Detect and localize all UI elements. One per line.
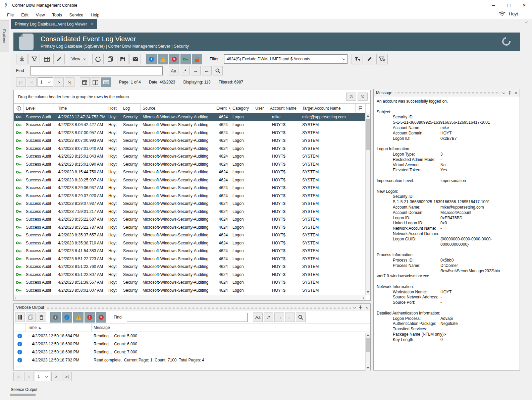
event-row[interactable]: Success Audit 4/2/2023 8:51:22.723 AM Ho… (14, 255, 370, 263)
toggle-critical-button[interactable]: × (96, 312, 106, 323)
event-row[interactable]: Success Audit 4/2/2023 8:35:22.787 AM Ho… (14, 223, 370, 231)
match-case-button[interactable]: Aa (169, 66, 178, 75)
search-button[interactable] (213, 66, 223, 75)
verbose-page-number-dropdown[interactable]: 1 (35, 372, 50, 381)
verbose-find-input[interactable] (127, 313, 248, 322)
previous-page-button[interactable]: < (27, 77, 37, 87)
minimize-button[interactable]: ─ (486, 0, 501, 11)
event-row[interactable]: Success Audit 4/2/2023 8:06:42.427 AM Ho… (14, 121, 370, 129)
copy-button[interactable] (105, 54, 116, 64)
tab-overflow-chevron-icon[interactable] (525, 22, 527, 23)
event-row[interactable]: Success Audit 4/2/2023 8:15:01.090 AM Ho… (14, 160, 370, 168)
filter-dropdown[interactable]: 4624(S) Exclude DWM, UMFD and $ Accounts (224, 54, 348, 64)
verbose-match-case-button[interactable]: Aa (253, 312, 263, 322)
event-row[interactable]: Success Audit 4/2/2023 8:51:22.760 AM Ho… (14, 263, 370, 271)
page-number-dropdown[interactable]: 1 (38, 77, 53, 87)
event-row[interactable]: Success Audit 4/2/2023 8:29:07.020 AM Ho… (14, 192, 370, 200)
next-page-button[interactable]: > (54, 77, 64, 87)
scroll-up-arrow-icon[interactable] (366, 333, 370, 338)
panel-chevron-down-icon[interactable] (353, 305, 356, 308)
close-button[interactable]: × (517, 0, 532, 11)
verbose-column-message[interactable]: Message (92, 324, 370, 332)
scroll-down-arrow-icon[interactable] (366, 290, 370, 295)
column-header-event[interactable]: Event ▼ (214, 104, 230, 113)
tab-event-log-viewer[interactable]: Primary Log Database...vent Log Viewer × (11, 19, 97, 29)
verbose-first-page-button[interactable]: |< (13, 372, 23, 381)
event-row[interactable]: Success Audit 4/2/2023 8:51:22.807 AM Ho… (14, 271, 370, 279)
toggle-error-events-button[interactable]: × (169, 54, 179, 64)
event-row[interactable]: Success Audit 4/2/2023 8:29:07.937 AM Ho… (14, 200, 370, 208)
column-header-user[interactable]: User (253, 104, 268, 113)
column-header-log[interactable]: Log (121, 104, 141, 113)
menu-item[interactable]: Help (87, 12, 103, 18)
event-row[interactable]: Success Audit 4/2/2023 8:58:01.007 AM Ho… (14, 286, 370, 294)
pause-output-button[interactable] (15, 312, 25, 322)
column-header-source[interactable]: Source (141, 104, 214, 113)
column-header-flag[interactable] (356, 104, 366, 113)
refresh-button[interactable] (92, 54, 104, 64)
event-row[interactable]: Success Audit 4/2/2023 8:15:01.043 AM Ho… (14, 153, 370, 161)
column-header-info[interactable] (14, 104, 24, 113)
verbose-find-next-button[interactable]: → (274, 312, 284, 322)
regex-button[interactable]: .* (180, 66, 190, 75)
find-previous-button[interactable]: ← (202, 66, 212, 75)
clear-filter-button[interactable] (376, 54, 388, 64)
toggle-success-audit-button[interactable] (180, 54, 191, 64)
event-row[interactable]: Success Audit 4/2/2023 8:07:00.993 AM Ho… (14, 137, 370, 145)
menu-item[interactable]: Service (66, 12, 87, 18)
toggle-information-button[interactable]: i (62, 312, 72, 323)
scroll-right-arrow-icon[interactable]: › (363, 296, 364, 300)
toggle-failure-audit-button[interactable] (192, 54, 202, 64)
verbose-last-page-button[interactable]: >| (62, 372, 72, 381)
edit-filter-button[interactable] (364, 54, 375, 64)
group-by-bar[interactable]: Drag the column header here to group the… (14, 90, 370, 104)
verbose-vertical-scrollbar[interactable] (365, 333, 370, 370)
panel-close-icon[interactable]: × (365, 305, 368, 310)
column-header-target-account-name[interactable]: Target Account Name (300, 104, 356, 113)
first-page-button[interactable]: |< (16, 77, 26, 87)
event-row[interactable]: Success Audit 4/2/2023 7:59:01.217 AM Ho… (14, 208, 370, 216)
event-row[interactable]: Success Audit 4/2/2023 12:47:24.753 PM H… (14, 113, 370, 121)
verbose-row[interactable]: i 4/2/2023 12:50:18.684 PM Reading... Co… (14, 332, 370, 340)
service-output-label[interactable]: Service Output (11, 387, 37, 392)
filter-funnel-button[interactable] (29, 54, 40, 64)
verbose-previous-page-button[interactable]: < (24, 372, 34, 381)
column-header-level[interactable]: Level (24, 104, 56, 113)
keyboard-button[interactable] (101, 77, 111, 87)
tab-close-icon[interactable]: × (91, 22, 94, 26)
panel-chevron-down-icon[interactable] (502, 91, 505, 94)
menu-item[interactable]: Tools (49, 12, 66, 18)
verbose-search-button[interactable] (296, 312, 306, 322)
collapse-all-button[interactable] (346, 93, 356, 101)
clear-output-button[interactable] (37, 312, 46, 322)
logged-in-user[interactable]: Hoyt (509, 11, 518, 16)
column-chooser-button[interactable] (41, 54, 52, 64)
grid-scrollbar-thumb[interactable] (366, 119, 370, 150)
verbose-column-icon[interactable] (14, 324, 26, 332)
verbose-row[interactable]: i 4/2/2023 12:50:18.702 PM Read complete… (14, 356, 370, 364)
add-filter-button[interactable] (352, 54, 363, 64)
explorer-tab[interactable]: Explorer (0, 20, 9, 52)
pin-icon[interactable] (359, 305, 362, 309)
last-page-button[interactable]: >| (65, 77, 74, 87)
event-row[interactable]: Success Audit 4/2/2023 8:29:06.937 AM Ho… (14, 184, 370, 192)
maximize-button[interactable]: □ (501, 0, 517, 11)
verbose-scrollbar-thumb[interactable] (366, 338, 370, 352)
event-row[interactable]: Success Audit 4/2/2023 8:28:25.907 AM Ho… (14, 176, 370, 184)
verbose-column-time[interactable]: Time ▲ (26, 324, 92, 332)
expand-all-button[interactable] (358, 93, 368, 101)
verbose-next-page-button[interactable]: > (51, 372, 61, 381)
event-row[interactable]: Success Audit 4/2/2023 8:07:01.040 AM Ho… (14, 145, 370, 153)
event-row[interactable]: Success Audit 4/2/2023 8:51:39.567 AM Ho… (14, 279, 370, 287)
view-dropdown[interactable]: View (69, 54, 88, 64)
column-header-host[interactable]: Host (106, 104, 121, 113)
grid-horizontal-scrollbar[interactable]: ‹ › (14, 295, 366, 300)
menu-item[interactable]: File (3, 12, 17, 18)
verbose-regex-button[interactable]: .* (264, 312, 273, 322)
find-input[interactable] (30, 66, 163, 75)
column-header-category[interactable]: Category (230, 104, 253, 113)
verbose-row[interactable]: i 4/2/2023 12:50:18.690 PM Reading... Co… (14, 340, 370, 348)
copy-output-button[interactable] (26, 312, 36, 322)
event-row[interactable]: Success Audit 4/2/2023 8:35:38.710 AM Ho… (14, 239, 370, 247)
pin-icon[interactable] (508, 91, 511, 95)
